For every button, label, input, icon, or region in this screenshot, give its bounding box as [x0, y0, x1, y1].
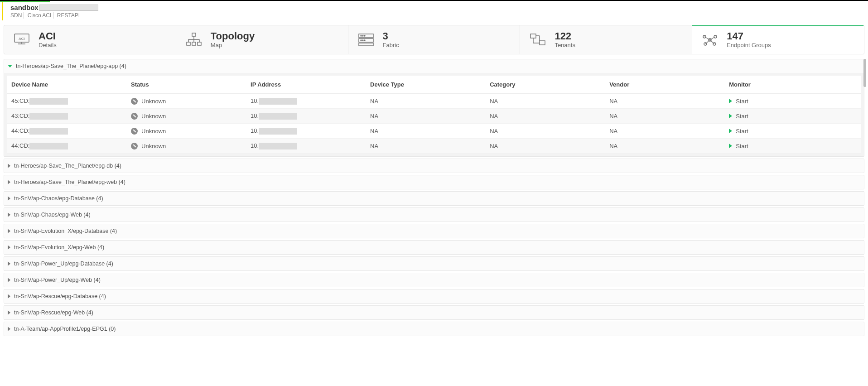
cell-category: NA — [485, 94, 605, 109]
play-icon — [729, 114, 732, 118]
breadcrumb-item[interactable]: Cisco ACI — [26, 12, 54, 19]
content-area: tn-Heroes/ap-Save_The_Planet/epg-app (4)… — [4, 59, 864, 336]
redacted-text — [259, 143, 297, 150]
tab-subtitle: Details — [39, 42, 57, 48]
section-label: tn-A-Team/ap-AppProfile1/epg-EPG1 (0) — [14, 326, 116, 332]
section-toggle[interactable]: tn-Heroes/ap-Save_The_Planet/epg-db (4) — [4, 159, 864, 173]
breadcrumb-item[interactable]: RESTAPI — [55, 12, 82, 19]
section-label: tn-Heroes/ap-Save_The_Planet/epg-db (4) — [14, 163, 121, 169]
chevron-right-icon — [8, 164, 10, 168]
section-collapsed: tn-A-Team/ap-AppProfile1/epg-EPG1 (0) — [4, 322, 864, 336]
start-monitor-button[interactable]: Start — [729, 128, 857, 135]
svg-point-16 — [361, 35, 362, 36]
aci-icon: ACI — [12, 31, 31, 48]
section-label: tn-SnV/ap-Evolution_X/epg-Web (4) — [14, 244, 104, 251]
table-row[interactable]: 45:CD: Unknown 10. NA NA NA Start — [7, 94, 861, 109]
section-toggle[interactable]: tn-SnV/ap-Rescue/epg-Database (4) — [4, 290, 864, 303]
cell-device-type: NA — [366, 139, 485, 154]
tab-subtitle: Map — [211, 42, 255, 48]
unknown-status-icon — [131, 113, 138, 120]
col-ip-address[interactable]: IP Address — [246, 76, 366, 94]
section-label: tn-SnV/ap-Rescue/epg-Web (4) — [14, 309, 93, 316]
tab-tenants[interactable]: 122 Tenants — [520, 25, 692, 54]
table-row[interactable]: 44:CD: Unknown 10. NA NA NA Start — [7, 139, 861, 154]
page-title: sandbox — [10, 4, 39, 11]
tab-title: ACI — [39, 31, 57, 42]
section-toggle[interactable]: tn-SnV/ap-Rescue/epg-Web (4) — [4, 306, 864, 319]
col-category[interactable]: Category — [485, 76, 605, 94]
section-collapsed: tn-SnV/ap-Chaos/epg-Web (4) — [4, 207, 864, 222]
start-monitor-button[interactable]: Start — [729, 143, 857, 150]
cell-status: Unknown — [126, 94, 246, 109]
cell-monitor: Start — [724, 109, 861, 124]
page-header: sandbox SDN Cisco ACI RESTAPI — [2, 2, 868, 20]
section-toggle[interactable]: tn-SnV/ap-Evolution_X/epg-Database (4) — [4, 224, 864, 238]
start-monitor-button[interactable]: Start — [729, 98, 857, 105]
cell-ip-address: 10. — [246, 124, 366, 139]
section-label: tn-SnV/ap-Rescue/epg-Database (4) — [14, 293, 106, 299]
section-toggle[interactable]: tn-Heroes/ap-Save_The_Planet/epg-app (4) — [4, 59, 864, 73]
tab-aci[interactable]: ACI ACI Details — [4, 25, 176, 54]
section-collapsed: tn-SnV/ap-Power_Up/epg-Web (4) — [4, 273, 864, 287]
cell-vendor: NA — [605, 124, 724, 139]
tab-endpoint-groups[interactable]: 147 Endpoint Groups — [692, 25, 864, 54]
table-row[interactable]: 44:CD: Unknown 10. NA NA NA Start — [7, 124, 861, 139]
col-device-type[interactable]: Device Type — [366, 76, 485, 94]
svg-rect-22 — [530, 34, 536, 38]
fabric-icon — [357, 31, 376, 48]
col-status[interactable]: Status — [126, 76, 246, 94]
section-toggle[interactable]: tn-SnV/ap-Evolution_X/epg-Web (4) — [4, 241, 864, 254]
svg-rect-5 — [187, 42, 190, 45]
section-expanded: tn-Heroes/ap-Save_The_Planet/epg-app (4)… — [4, 59, 864, 157]
chevron-right-icon — [8, 294, 10, 299]
section-label: tn-SnV/ap-Power_Up/epg-Database (4) — [14, 261, 113, 267]
section-toggle[interactable]: tn-Heroes/ap-Save_The_Planet/epg-web (4) — [4, 175, 864, 189]
section-collapsed: tn-Heroes/ap-Save_The_Planet/epg-web (4) — [4, 175, 864, 189]
section-collapsed: tn-Heroes/ap-Save_The_Planet/epg-db (4) — [4, 159, 864, 173]
cell-ip-address: 10. — [246, 94, 366, 109]
svg-point-21 — [364, 40, 365, 41]
col-monitor[interactable]: Monitor — [724, 76, 861, 94]
section-toggle[interactable]: tn-SnV/ap-Chaos/epg-Web (4) — [4, 208, 864, 222]
chevron-right-icon — [8, 212, 10, 217]
start-monitor-button[interactable]: Start — [729, 113, 857, 120]
svg-point-19 — [361, 40, 362, 41]
redacted-text — [259, 113, 297, 120]
svg-line-34 — [710, 37, 715, 40]
svg-rect-7 — [198, 42, 201, 45]
tab-title: Topology — [211, 31, 255, 42]
section-toggle[interactable]: tn-SnV/ap-Power_Up/epg-Web (4) — [4, 273, 864, 287]
scrollbar-thumb[interactable] — [863, 59, 866, 87]
svg-rect-4 — [192, 33, 196, 36]
section-toggle[interactable]: tn-SnV/ap-Power_Up/epg-Database (4) — [4, 257, 864, 270]
section-toggle[interactable]: tn-SnV/ap-Chaos/epg-Database (4) — [4, 192, 864, 205]
chevron-right-icon — [8, 261, 10, 266]
play-icon — [729, 144, 732, 148]
cell-vendor: NA — [605, 109, 724, 124]
tab-topology[interactable]: Topology Map — [176, 25, 348, 54]
section-label: tn-SnV/ap-Evolution_X/epg-Database (4) — [14, 228, 117, 234]
cell-category: NA — [485, 139, 605, 154]
tab-fabric[interactable]: 3 Fabric — [348, 25, 521, 54]
chevron-right-icon — [8, 180, 10, 184]
cell-device-name: 43:CD: — [7, 109, 126, 124]
cell-status: Unknown — [126, 109, 246, 124]
section-collapsed: tn-SnV/ap-Rescue/epg-Web (4) — [4, 305, 864, 320]
col-device-name[interactable]: Device Name — [7, 76, 126, 94]
col-vendor[interactable]: Vendor — [605, 76, 724, 94]
redacted-text — [259, 98, 297, 105]
tab-title: 3 — [383, 31, 399, 42]
tenants-icon — [528, 31, 547, 48]
svg-line-33 — [704, 37, 710, 40]
cell-device-name: 45:CD: — [7, 94, 126, 109]
section-toggle[interactable]: tn-A-Team/ap-AppProfile1/epg-EPG1 (0) — [4, 322, 864, 336]
cell-device-name: 44:CD: — [7, 139, 126, 154]
breadcrumb-item[interactable]: SDN — [10, 12, 24, 19]
redacted-text — [29, 98, 68, 105]
cell-ip-address: 10. — [246, 139, 366, 154]
table-row[interactable]: 43:CD: Unknown 10. NA NA NA Start — [7, 109, 861, 124]
section-label: tn-SnV/ap-Chaos/epg-Web (4) — [14, 212, 91, 218]
nav-tabs: ACI ACI Details Topology — [4, 25, 864, 54]
top-black-bar — [0, 0, 868, 1]
cell-status: Unknown — [126, 139, 246, 154]
